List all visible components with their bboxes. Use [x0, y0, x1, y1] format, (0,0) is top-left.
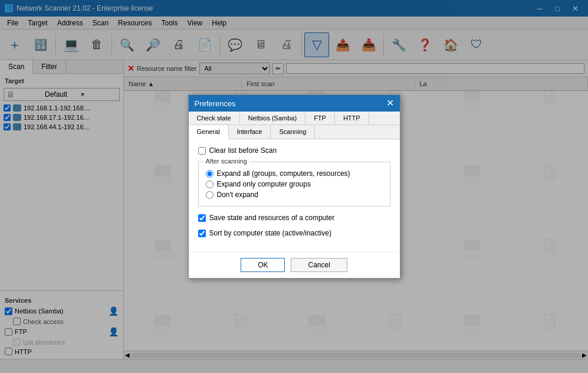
dialog-title: Preferences	[195, 99, 236, 108]
dialog-titlebar: Preferences ✕	[189, 95, 400, 112]
clear-list-row: Clear list before Scan	[198, 146, 390, 155]
radio-expand-all-row: Expand all (groups, computers, resources…	[206, 169, 383, 178]
dialog-tabs-row1: Check state Netbios (Samba) FTP HTTP	[189, 112, 400, 125]
cancel-button[interactable]: Cancel	[291, 258, 347, 272]
radio-dont-expand-label: Don't expand	[217, 191, 258, 199]
sort-row: Sort by computer state (active/inactive)	[198, 229, 390, 237]
dialog-tabs-row2: General Interface Scanning	[189, 125, 400, 139]
modal-overlay: Preferences ✕ Check state Netbios (Samba…	[0, 0, 588, 373]
preferences-dialog: Preferences ✕ Check state Netbios (Samba…	[188, 94, 400, 279]
after-scanning-label: After scanning	[203, 158, 249, 165]
ok-button[interactable]: OK	[241, 258, 285, 272]
after-scanning-group: After scanning Expand all (groups, compu…	[198, 162, 390, 207]
tab-ftp[interactable]: FTP	[306, 112, 335, 125]
tab-http[interactable]: HTTP	[335, 112, 369, 125]
radio-expand-groups[interactable]	[206, 181, 213, 188]
clear-list-checkbox[interactable]	[198, 147, 206, 155]
radio-dont-expand-row: Don't expand	[206, 191, 383, 199]
radio-dont-expand[interactable]	[206, 191, 213, 199]
save-state-checkbox[interactable]	[198, 214, 206, 222]
radio-expand-all-label: Expand all (groups, computers, resources…	[217, 169, 350, 178]
sort-checkbox[interactable]	[198, 230, 206, 237]
dialog-close-button[interactable]: ✕	[386, 99, 394, 108]
sort-label: Sort by computer state (active/inactive)	[209, 229, 331, 237]
dialog-content: Clear list before Scan After scanning Ex…	[189, 139, 400, 251]
radio-expand-groups-row: Expand only computer groups	[206, 180, 383, 188]
dialog-footer: OK Cancel	[189, 251, 400, 278]
radio-expand-all[interactable]	[206, 170, 213, 178]
tab-check-state[interactable]: Check state	[189, 112, 240, 125]
save-state-row: Save state and resources of a computer	[198, 214, 390, 222]
clear-list-label: Clear list before Scan	[209, 146, 277, 155]
save-state-label: Save state and resources of a computer	[209, 214, 335, 222]
tab-netbios[interactable]: Netbios (Samba)	[240, 112, 306, 125]
tab-interface[interactable]: Interface	[229, 125, 271, 139]
tab-scanning[interactable]: Scanning	[271, 125, 315, 139]
radio-expand-groups-label: Expand only computer groups	[217, 180, 311, 188]
tab-general[interactable]: General	[189, 125, 229, 139]
